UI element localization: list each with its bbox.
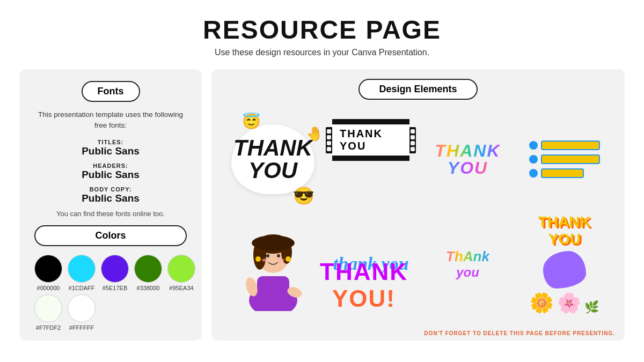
ty-pixel-thank: THANK: [538, 213, 591, 231]
font-name-body: Public Sans: [34, 193, 187, 204]
bullet-dot-1: [529, 141, 538, 150]
colors-section: Colors #000000 #1CDAFF #5E17EB #338000: [34, 225, 187, 331]
bullet-dot-3: [529, 169, 538, 178]
bullet-bars: [529, 141, 600, 178]
color-circle-lime: [167, 255, 195, 283]
ty-bold-thank: THANK: [320, 258, 408, 285]
bullet-bar-row-3: [529, 168, 584, 178]
bubble-thank: THANK: [233, 137, 312, 159]
color-swatch-row-1: #000000 #1CDAFF #5E17EB #338000 #95EA34: [34, 255, 187, 291]
filmstrip-text: THANK YOU: [332, 119, 409, 161]
color-hex-green: #338000: [137, 285, 160, 291]
bullet-bar-2: [541, 154, 600, 164]
color-circle-black: [34, 255, 62, 283]
swatch-white: #FFFFFF: [68, 294, 96, 331]
left-panel: Fonts This presentation template uses th…: [19, 69, 202, 341]
font-label-body: BODY COPY:: [34, 186, 187, 193]
ty-retro: THANK YOU: [435, 142, 501, 176]
fonts-section: Fonts This presentation template uses th…: [34, 81, 187, 218]
right-panel: Design Elements 😇 THANK YOU 🤚 😎: [211, 69, 625, 341]
flower-1: 🌼: [530, 292, 554, 314]
color-circle-white: [68, 294, 96, 322]
bullet-bar-row-2: [529, 154, 600, 164]
page-header: RESOURCE PAGE Use these design resources…: [203, 0, 441, 62]
svg-rect-1: [257, 276, 289, 306]
sunglasses-emoji: 😎: [293, 186, 314, 206]
ty-curly-thank: ThAnk: [446, 248, 489, 265]
cell-ty-colorful: THANK YOU: [419, 108, 516, 210]
bullet-dot-2: [529, 155, 538, 164]
ty-curly-you: you: [456, 265, 479, 280]
filmstrip-container: THANK YOU: [326, 119, 416, 161]
ty-bold-overlay: THANK YOU!: [320, 258, 408, 312]
svg-point-14: [255, 256, 261, 262]
ty-colorful: THANK YOU: [435, 142, 501, 176]
color-circle-green: [134, 255, 162, 283]
svg-point-9: [252, 235, 295, 250]
color-hex-white: #FFFFFF: [69, 324, 94, 331]
font-item-body: BODY COPY: Public Sans: [34, 186, 187, 204]
main-content: Fonts This presentation template uses th…: [0, 69, 644, 341]
swatch-green: #338000: [134, 255, 162, 291]
ty-pixel: THANK YOU: [538, 213, 591, 248]
cell-thank-you-bubble: 😇 THANK YOU 🤚 😎: [223, 108, 323, 210]
color-hex-purple: #5E17EB: [103, 285, 127, 291]
film-sprocket-right: [409, 127, 416, 153]
cell-bullet-bars: [516, 108, 613, 210]
flowers-row: 🌼 🌸 🌿: [530, 292, 599, 314]
svg-point-10: [266, 254, 269, 257]
girl-svg: [233, 217, 313, 311]
design-elements-badge: Design Elements: [358, 79, 477, 100]
bullet-bar-1: [541, 141, 600, 150]
svg-point-13: [278, 258, 284, 262]
svg-point-11: [277, 254, 280, 257]
font-name-title: Public Sans: [34, 145, 187, 157]
color-hex-offwhite: #F7FDF2: [36, 324, 61, 331]
cell-right-misc: THANK YOU 🌼 🌸 🌿: [516, 210, 613, 317]
color-swatch-row-2: #F7FDF2 #FFFFFF: [34, 294, 187, 331]
ty-bold-you: YOU!: [332, 285, 396, 312]
svg-point-15: [286, 256, 291, 262]
swatch-cyan: #1CDAFF: [68, 255, 96, 291]
font-label-headers: HEADERS:: [34, 162, 187, 169]
swatch-black: #000000: [34, 255, 62, 291]
svg-point-12: [262, 258, 268, 262]
ty-curly: ThAnk you: [446, 248, 489, 280]
color-hex-black: #000000: [37, 285, 60, 291]
wave-emoji: 🤚: [306, 125, 323, 142]
bubble-you: YOU: [248, 159, 297, 182]
fonts-intro: This presentation template uses the foll…: [34, 109, 187, 131]
cell-filmstrip: THANK YOU: [323, 108, 419, 210]
color-circle-offwhite: [34, 294, 62, 322]
font-name-headers: Public Sans: [34, 169, 187, 181]
colors-badge: Colors: [34, 225, 187, 246]
font-label-title: TITLES:: [34, 139, 187, 145]
ty-retro-thank: THANK: [435, 142, 501, 159]
flower-2: 🌸: [557, 292, 581, 314]
page-subtitle: Use these design resources in your Canva…: [203, 48, 441, 57]
swatch-lime: #95EA34: [167, 255, 195, 291]
font-item-headers: HEADERS: Public Sans: [34, 162, 187, 181]
design-elements-area: 😇 THANK YOU 🤚 😎: [223, 108, 613, 323]
fonts-note: You can find these fonts online too.: [34, 210, 187, 218]
swatch-offwhite: #F7FDF2: [34, 294, 62, 331]
cell-ty-curly: ThAnk you: [419, 210, 516, 317]
color-circle-purple: [101, 255, 129, 283]
color-circle-cyan: [68, 255, 96, 283]
film-sprocket-left: [326, 127, 332, 153]
purple-blob: [543, 251, 586, 289]
page-title: RESOURCE PAGE: [203, 15, 441, 45]
fonts-badge: Fonts: [82, 81, 140, 102]
font-item-title: TITLES: Public Sans: [34, 139, 187, 157]
color-hex-lime: #95EA34: [169, 285, 193, 291]
bullet-bar-row-1: [529, 141, 600, 150]
angel-emoji: 😇: [242, 113, 261, 130]
thank-you-cloud: THANK YOU: [231, 124, 314, 194]
cell-girl-illustration: [223, 210, 323, 317]
flower-3: 🌿: [584, 300, 599, 314]
swatch-purple: #5E17EB: [101, 255, 129, 291]
footer-warning: DON'T FORGET TO DELETE THIS PAGE BEFORE …: [424, 330, 615, 336]
bullet-bar-3: [541, 168, 584, 178]
color-hex-cyan: #1CDAFF: [69, 285, 95, 291]
ty-pixel-you: YOU: [548, 231, 581, 248]
